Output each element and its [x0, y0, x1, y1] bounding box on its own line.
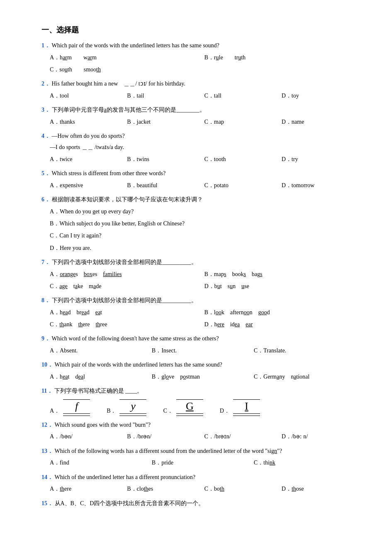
letter-option-a: A． f — [50, 399, 90, 416]
option-14a: A．there — [50, 484, 127, 494]
letter-option-c: C． G — [163, 399, 203, 416]
options-9: A．Absent. B．Insect. C．Translate. — [50, 345, 359, 356]
option-1a: A．harm warm — [50, 52, 205, 63]
options-3: A．thanks B．jacket C．map D．name — [50, 117, 359, 127]
question-13: 13． Which of the following words has a d… — [41, 446, 359, 468]
option-4c: C．tooth — [205, 154, 282, 164]
option-2c: C．tall — [205, 90, 282, 101]
option-14c: C．both — [205, 484, 282, 494]
option-8b: B．look afternoon good — [205, 307, 359, 318]
option-2b: B．tail — [127, 90, 204, 101]
options-2: A．tool B．tail C．tall D．toy — [50, 90, 359, 101]
option-8d: D．here idea ear — [205, 319, 359, 330]
option-12a: A．/bən/ — [50, 431, 127, 442]
question-1: 1． Which pair of the words with the unde… — [41, 41, 359, 75]
option-9a: A．Absent. — [50, 345, 152, 356]
option-14d: D．those — [282, 484, 359, 494]
letter-option-d: D． I — [220, 399, 260, 416]
option-5c: C．potato — [205, 180, 282, 191]
question-15: 15． 从A、B、C、D四个选项中找出所含元音音素不同的一个。 — [41, 499, 359, 509]
q4-subtext: —I do sports ＿＿ /twaɪs/a day. — [50, 142, 359, 152]
question-7: 7． 下列四个选项中划线部分读音全部相同的是__________。 A．oran… — [41, 257, 359, 291]
option-13b: B．pride — [152, 457, 254, 468]
options-10: A．heat deal B．glove postman C．Germany na… — [50, 372, 359, 382]
question-5: 5． Which stress is different from other … — [41, 169, 359, 191]
option-12d: D．/bəː n/ — [282, 431, 359, 442]
option-7b: B．maps books bags — [205, 269, 359, 279]
option-1c: C．south smooth — [50, 64, 205, 75]
option-10a: A．heat deal — [50, 372, 152, 382]
option-5d: D．tomorrow — [282, 180, 359, 191]
option-7c: C．age take made — [50, 281, 205, 291]
option-3c: C．map — [205, 117, 282, 127]
option-6b: B．Which subject do you like better, Engl… — [50, 218, 359, 229]
option-3d: D．name — [282, 117, 359, 127]
option-5a: A．expensive — [50, 180, 127, 191]
letter-options: A． f B． y C． G — [50, 399, 359, 416]
option-14b: B．clothes — [127, 484, 204, 494]
question-2: 2． His father bought him a new ＿＿/ tɔɪ/ … — [41, 79, 359, 101]
option-3b: B．jacket — [127, 117, 204, 127]
options-4: A．twice B．twins C．tooth D．try — [50, 154, 359, 164]
option-1b: B．rule truth — [205, 52, 359, 63]
options-6: A．When do you get up every day? B．Which … — [50, 206, 359, 253]
option-12b: B．/brən/ — [127, 431, 204, 442]
options-1: A．harm warm B．rule truth C．south smooth — [50, 52, 359, 75]
options-14: A．there B．clothes C．both D．those — [50, 484, 359, 494]
options-7: A．oranges boxes families B．maps books ba… — [50, 269, 359, 291]
option-13c: C．think — [254, 457, 356, 468]
option-5b: B．beautiful — [127, 180, 204, 191]
options-8: A．head bread eat B．look afternoon good C… — [50, 307, 359, 330]
letter-option-b: B． y — [107, 399, 146, 416]
option-7d: D．but sun use — [205, 281, 359, 291]
option-8a: A．head bread eat — [50, 307, 205, 318]
options-12: A．/bən/ B．/brən/ C．/brəɪn/ D．/bəː n/ — [50, 431, 359, 442]
option-4d: D．try — [282, 154, 359, 164]
option-4b: B．twins — [127, 154, 204, 164]
question-3: 3． 下列单词中元音字母a的发音与其他三个不同的是________。 A．tha… — [41, 105, 359, 127]
section-title: 一、选择题 — [41, 25, 359, 35]
question-8: 8． 下列四个选项中划线部分读音全部相同的是__________。 A．head… — [41, 296, 359, 330]
option-3a: A．thanks — [50, 117, 127, 127]
option-6a: A．When do you get up every day? — [50, 206, 359, 217]
option-2a: A．tool — [50, 90, 127, 101]
question-9: 9． Which word of the following doesn't h… — [41, 334, 359, 356]
option-13a: A．find — [50, 457, 152, 468]
option-6c: C．Can I try it again? — [50, 230, 359, 241]
option-10b: B．glove postman — [152, 372, 254, 382]
option-2d: D．toy — [282, 90, 359, 101]
option-7a: A．oranges boxes families — [50, 269, 205, 279]
option-6d: D．Here you are. — [50, 243, 359, 253]
question-11: 11． 下列字母书写格式正确的是 ____。 A． f B． y — [41, 386, 359, 416]
options-5: A．expensive B．beautiful C．potato D．tomor… — [50, 180, 359, 191]
option-9c: C．Translate. — [254, 345, 356, 356]
option-10c: C．Germany national — [254, 372, 356, 382]
option-4a: A．twice — [50, 154, 127, 164]
question-12: 12． Which sound goes with the word "burn… — [41, 420, 359, 442]
options-13: A．find B．pride C．think — [50, 457, 359, 468]
option-8c: C．thank there three — [50, 319, 205, 330]
option-12c: C．/brəɪn/ — [205, 431, 282, 442]
option-9b: B．Insect. — [152, 345, 254, 356]
question-4: 4． —How often do you do sports? —I do sp… — [41, 131, 359, 164]
question-14: 14． Which of the underlined letter has a… — [41, 472, 359, 494]
question-10: 10． Which pair of the words with the und… — [41, 360, 359, 382]
question-6: 6． 根据朗读基本知识要求，以下哪个句子应该在句末读升调？ A．When do … — [41, 195, 359, 253]
